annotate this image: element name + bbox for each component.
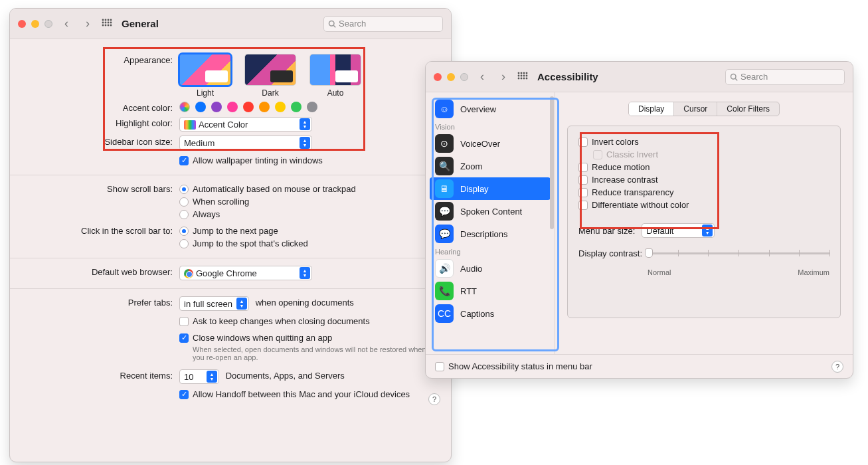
accent-red[interactable] [243, 102, 254, 112]
increase-contrast-checkbox[interactable]: Increase contrast [578, 173, 829, 186]
svg-point-22 [518, 77, 520, 79]
close-button[interactable] [434, 73, 442, 81]
forward-button[interactable]: › [80, 17, 95, 31]
accessibility-titlebar: ‹ › Accessibility Search [426, 62, 853, 92]
speech-bubble-icon: 💬 [435, 202, 454, 221]
scrollbars-auto[interactable]: Automatically based on mouse or trackpad [179, 183, 431, 195]
svg-point-5 [105, 21, 107, 23]
svg-point-21 [526, 74, 528, 76]
show-scrollbars-label: Show scroll bars: [30, 183, 179, 194]
menu-bar-size-label: Menu bar size: [578, 226, 635, 236]
highlight-color-select[interactable]: Accent Color ▲▼ [179, 117, 312, 132]
scrollbars-when-scrolling[interactable]: When scrolling [179, 195, 431, 208]
forward-button[interactable]: › [496, 70, 511, 84]
classic-invert-checkbox: Classic Invert [593, 148, 829, 161]
reduce-transparency-checkbox[interactable]: Reduce transparency [578, 186, 829, 199]
zoom-button[interactable] [44, 20, 52, 28]
close-windows-checkbox[interactable]: ✓Close windows when quitting an app [179, 331, 431, 344]
accent-color-row [179, 102, 431, 112]
svg-point-10 [108, 24, 110, 26]
click-next-page[interactable]: Jump to the next page [179, 225, 431, 237]
help-button[interactable]: ? [428, 393, 440, 405]
appearance-auto[interactable]: Auto [309, 54, 361, 98]
person-icon: ☺ [435, 100, 454, 118]
svg-point-2 [108, 19, 110, 21]
tab-color-filters[interactable]: Color Filters [717, 102, 779, 116]
sidebar-item-spoken-content[interactable]: 💬Spoken Content [430, 200, 551, 223]
sidebar-item-descriptions[interactable]: 💬Descriptions [430, 223, 551, 245]
default-browser-label: Default web browser: [30, 266, 179, 277]
allow-handoff-checkbox[interactable]: ✓Allow Handoff between this Mac and your… [179, 388, 431, 401]
scrollbars-always[interactable]: Always [179, 208, 431, 221]
svg-point-16 [523, 72, 525, 74]
svg-point-25 [526, 77, 528, 79]
accent-orange[interactable] [259, 102, 270, 112]
accent-yellow[interactable] [275, 102, 286, 112]
sidebar-icon-size-select[interactable]: Medium▲▼ [179, 136, 312, 150]
svg-point-19 [521, 74, 523, 76]
tab-cursor[interactable]: Cursor [674, 102, 717, 116]
sidebar-item-rtt[interactable]: 📞RTT [430, 280, 551, 302]
voiceover-icon: ⊙ [435, 134, 454, 153]
accent-pink[interactable] [227, 102, 238, 112]
contrast-min-label: Normal [648, 268, 671, 276]
sidebar-item-overview[interactable]: ☺Overview [430, 98, 551, 120]
accessibility-prefs-window: ‹ › Accessibility Search ☺Overview Visio… [425, 61, 853, 379]
sidebar-item-zoom[interactable]: 🔍Zoom [430, 155, 551, 177]
sidebar-heading-hearing: Hearing [430, 245, 551, 257]
search-input[interactable]: Search [725, 69, 845, 85]
default-browser-select[interactable]: Google Chrome ▲▼ [179, 266, 312, 280]
appearance-dark[interactable]: Dark [244, 54, 296, 98]
svg-point-6 [108, 21, 110, 23]
close-button[interactable] [18, 20, 26, 28]
svg-line-13 [333, 25, 335, 27]
help-button[interactable]: ? [831, 361, 843, 373]
ask-keep-changes-checkbox[interactable]: Ask to keep changes when closing documen… [179, 315, 431, 327]
accent-swatch-icon [184, 120, 196, 130]
accent-multicolor[interactable] [179, 102, 190, 112]
reduce-motion-checkbox[interactable]: Reduce motion [578, 161, 829, 173]
minimize-button[interactable] [31, 20, 39, 28]
highlight-color-label: Highlight color: [30, 117, 179, 128]
back-button[interactable]: ‹ [59, 17, 74, 31]
back-button[interactable]: ‹ [475, 70, 489, 84]
sidebar-icon-size-label: Sidebar icon size: [30, 136, 179, 147]
accent-purple[interactable] [211, 102, 222, 112]
click-jump-spot[interactable]: Jump to the spot that's clicked [179, 237, 431, 250]
phone-icon: 📞 [435, 282, 454, 300]
show-status-menubar-checkbox[interactable]: Show Accessibility status in menu bar [435, 360, 592, 373]
accent-blue[interactable] [195, 102, 206, 112]
sidebar-scrollbar[interactable] [550, 96, 554, 229]
display-tabs: Display Cursor Color Filters [628, 102, 780, 116]
traffic-lights [434, 73, 468, 81]
traffic-lights [18, 20, 52, 28]
sidebar-item-display[interactable]: 🖥Display [430, 177, 551, 200]
accent-graphite[interactable] [307, 102, 317, 112]
search-input[interactable]: Search [323, 16, 443, 32]
display-contrast-slider[interactable] [648, 247, 829, 267]
recent-items-select[interactable]: 10▲▼ [179, 369, 219, 384]
tab-display[interactable]: Display [629, 102, 674, 116]
show-all-icon[interactable] [102, 19, 112, 29]
close-windows-subtext: When selected, open documents and window… [193, 345, 431, 361]
svg-point-8 [102, 24, 104, 26]
show-all-icon[interactable] [517, 72, 528, 82]
sidebar-item-captions[interactable]: CCCaptions [430, 302, 551, 325]
display-panel: Invert colors Classic Invert Reduce moti… [567, 126, 841, 318]
menu-bar-size-select[interactable]: Default▲▼ [642, 223, 715, 238]
sidebar-item-voiceover[interactable]: ⊙VoiceOver [430, 132, 551, 155]
zoom-button[interactable] [460, 73, 468, 81]
accent-green[interactable] [291, 102, 302, 112]
invert-colors-checkbox[interactable]: Invert colors [578, 136, 829, 148]
allow-tinting-checkbox[interactable]: ✓Allow wallpaper tinting in windows [179, 154, 431, 167]
zoom-icon: 🔍 [435, 157, 454, 175]
appearance-light[interactable]: Light [179, 54, 231, 98]
recent-items-suffix: Documents, Apps, and Servers [226, 371, 345, 381]
search-placeholder: Search [339, 19, 366, 29]
svg-point-11 [110, 24, 112, 26]
accessibility-footer: Show Accessibility status in menu bar ? [426, 354, 853, 378]
sidebar-item-audio[interactable]: 🔊Audio [430, 257, 551, 280]
prefer-tabs-select[interactable]: in full screen▲▼ [179, 296, 249, 311]
minimize-button[interactable] [447, 73, 455, 81]
differentiate-without-color-checkbox[interactable]: Differentiate without color [578, 199, 829, 211]
